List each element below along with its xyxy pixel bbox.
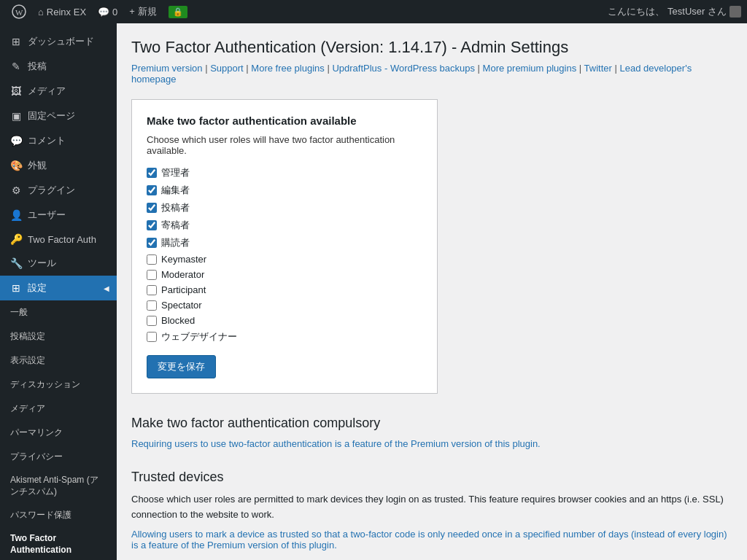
appearance-icon: 🎨 (10, 160, 22, 171)
role-label: ウェブデザイナー (161, 330, 237, 343)
sidebar-item-pages[interactable]: ▣ 固定ページ (0, 104, 117, 128)
sidebar-submenu-discussion[interactable]: ディスカッション (0, 373, 117, 397)
sidebar-item-appearance[interactable]: 🎨 外観 (0, 153, 117, 178)
sidebar-submenu-general[interactable]: 一般 (0, 300, 117, 324)
trusted-link[interactable]: Allowing users to mark a device as trust… (131, 529, 727, 551)
users-icon: 👤 (10, 209, 22, 221)
comments-button[interactable]: 💬 0 (92, 0, 123, 23)
settings-icon: ⊞ (10, 282, 22, 294)
avatar (729, 6, 741, 18)
top-bar-right: こんにちは、 TestUser さん (608, 5, 741, 18)
save-button[interactable]: 変更を保存 (147, 355, 216, 378)
page-title: Two Factor Authentication (Version: 1.14… (131, 38, 732, 57)
svg-text:W: W (15, 8, 23, 17)
role-checkbox-item: 管理者 (147, 166, 422, 179)
sidebar-item-settings[interactable]: ⊞ 設定 ◀ (0, 276, 117, 300)
compulsory-title: Make two factor authentication compulsor… (131, 416, 732, 431)
trusted-devices-section: Trusted devices Choose which user roles … (131, 470, 732, 551)
link-updraftplus[interactable]: UpdraftPlus - WordPress backups (332, 63, 475, 74)
trusted-description: Choose which user roles are permitted to… (131, 492, 732, 523)
role-checkbox-item: Keymaster (147, 254, 422, 265)
sidebar-submenu-permalink[interactable]: パーマリンク (0, 421, 117, 445)
sidebar: ⊞ ダッシュボード ✎ 投稿 🖼 メディア ▣ 固定ページ 💬 コメント 🎨 外… (0, 23, 117, 560)
pages-icon: ▣ (10, 110, 22, 122)
role-label: 管理者 (161, 166, 190, 179)
role-label: Participant (161, 284, 206, 295)
role-label: Blocked (161, 315, 195, 326)
settings-arrow-icon: ◀ (104, 284, 109, 292)
role-label: 編集者 (161, 184, 190, 197)
role-checkbox-item: 購読者 (147, 236, 422, 249)
sidebar-submenu-privacy[interactable]: プライバシー (0, 445, 117, 469)
sidebar-submenu-password[interactable]: パスワード保護 (0, 503, 117, 527)
sidebar-item-plugins[interactable]: ⚙ プラグイン (0, 178, 117, 203)
page-links: Premium version | Support | More free pl… (131, 63, 732, 85)
security-badge[interactable]: 🔒 (163, 0, 193, 23)
sidebar-submenu-media[interactable]: メディア (0, 397, 117, 421)
compulsory-link[interactable]: Requiring users to use two-factor authen… (131, 438, 541, 449)
role-checkbox[interactable] (147, 203, 157, 213)
plugins-icon: ⚙ (10, 184, 22, 196)
role-checkbox-item: 編集者 (147, 184, 422, 197)
sidebar-item-comments[interactable]: 💬 コメント (0, 128, 117, 153)
role-checkbox-list: 管理者編集者投稿者寄稿者購読者KeymasterModeratorPartici… (147, 166, 422, 343)
link-more-free[interactable]: More free plugins (251, 63, 324, 74)
sidebar-item-dashboard[interactable]: ⊞ ダッシュボード (0, 29, 117, 54)
sidebar-submenu-akismet[interactable]: Akismet Anti-Spam (ア ンチスパム) (0, 469, 117, 503)
link-support[interactable]: Support (210, 63, 244, 74)
lock-icon: 🔒 (169, 6, 187, 18)
home-icon: ⌂ (38, 7, 44, 18)
sidebar-submenu-writing[interactable]: 投稿設定 (0, 324, 117, 349)
availability-card: Make two factor authentication available… (131, 99, 438, 394)
role-checkbox-item: 寄稿者 (147, 219, 422, 232)
comment-icon: 💬 (98, 7, 109, 18)
role-checkbox[interactable] (147, 285, 157, 295)
role-label: 購読者 (161, 236, 190, 249)
comments-icon: 💬 (10, 135, 22, 147)
role-checkbox-item: 投稿者 (147, 201, 422, 214)
role-checkbox-item: ウェブデザイナー (147, 330, 422, 343)
role-label: 投稿者 (161, 201, 190, 214)
sidebar-item-media[interactable]: 🖼 メディア (0, 79, 117, 104)
sidebar-item-posts[interactable]: ✎ 投稿 (0, 54, 117, 79)
sidebar-submenu-reading[interactable]: 表示設定 (0, 349, 117, 373)
role-label: Keymaster (161, 254, 206, 265)
role-checkbox[interactable] (147, 300, 157, 311)
layout: ⊞ ダッシュボード ✎ 投稿 🖼 メディア ▣ 固定ページ 💬 コメント 🎨 外… (0, 23, 747, 560)
role-checkbox[interactable] (147, 254, 157, 265)
wp-logo-button[interactable]: W (6, 0, 32, 23)
posts-icon: ✎ (10, 61, 22, 72)
sidebar-item-users[interactable]: 👤 ユーザー (0, 203, 117, 228)
tools-icon: 🔧 (10, 257, 22, 269)
card-title: Make two factor authentication available (147, 114, 422, 127)
role-label: Moderator (161, 269, 204, 280)
trusted-title: Trusted devices (131, 470, 732, 485)
role-checkbox[interactable] (147, 238, 157, 248)
sidebar-item-tools[interactable]: 🔧 ツール (0, 251, 117, 276)
role-label: Spectator (161, 300, 202, 311)
link-more-premium[interactable]: More premium plugins (483, 63, 577, 74)
role-checkbox[interactable] (147, 270, 157, 280)
sidebar-submenu-two-factor-auth[interactable]: Two Factor Authentication (0, 527, 117, 560)
role-checkbox-item: Participant (147, 284, 422, 295)
role-checkbox-item: Blocked (147, 315, 422, 326)
link-twitter[interactable]: Twitter (584, 63, 612, 74)
media-icon: 🖼 (10, 85, 22, 97)
top-bar: W ⌂ Reinx EX 💬 0 + 新規 🔒 こんにちは、 TestUser … (0, 0, 747, 23)
role-checkbox-item: Spectator (147, 300, 422, 311)
role-checkbox[interactable] (147, 316, 157, 326)
card-description: Choose which user roles will have two fa… (147, 134, 422, 156)
site-name[interactable]: ⌂ Reinx EX (32, 0, 92, 23)
role-checkbox[interactable] (147, 168, 157, 178)
sidebar-item-two-factor[interactable]: 🔑 Two Factor Auth (0, 228, 117, 251)
role-checkbox[interactable] (147, 185, 157, 195)
role-checkbox[interactable] (147, 220, 157, 230)
top-bar-left: W ⌂ Reinx EX 💬 0 + 新規 🔒 (6, 0, 193, 23)
link-premium[interactable]: Premium version (131, 63, 203, 74)
new-post-button[interactable]: + 新規 (123, 0, 162, 23)
role-checkbox-item: Moderator (147, 269, 422, 280)
dashboard-icon: ⊞ (10, 36, 22, 47)
role-checkbox[interactable] (147, 332, 157, 342)
two-factor-icon: 🔑 (10, 233, 22, 245)
role-label: 寄稿者 (161, 219, 190, 232)
